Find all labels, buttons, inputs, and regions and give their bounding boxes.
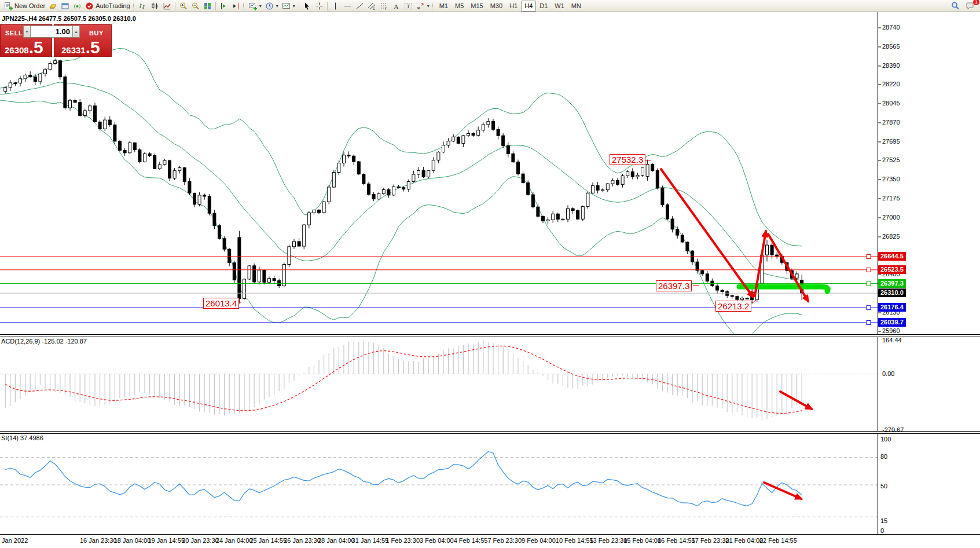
notification-badge: 1 xyxy=(973,0,979,5)
drawn-annotations[interactable] xyxy=(238,160,828,304)
macd-panel xyxy=(0,340,878,421)
new-order-button[interactable]: New Order xyxy=(2,1,47,11)
price-tick-label: 28390 xyxy=(882,62,900,69)
date-label[interactable]: 19 Jan 14:55 xyxy=(148,537,185,544)
text-label-button[interactable]: T xyxy=(402,1,414,11)
price-annotation[interactable]: 26013.4 xyxy=(203,298,239,309)
date-label[interactable]: 21 Feb 04:00 xyxy=(725,537,763,544)
support-zone-bar xyxy=(739,287,828,291)
volume-input[interactable]: 1.00 xyxy=(31,25,72,38)
text-icon: A xyxy=(392,2,401,10)
timeframe-button-m30[interactable]: M30 xyxy=(487,1,506,11)
vertical-line-button[interactable] xyxy=(329,1,342,11)
tile-windows-button[interactable] xyxy=(201,1,214,11)
date-label[interactable]: 28 Jan 04:00 xyxy=(318,537,355,544)
autotrading-icon xyxy=(85,2,94,10)
timeframe-button-h1[interactable]: H1 xyxy=(506,1,521,11)
date-label[interactable]: 16 Feb 14:55 xyxy=(658,537,695,544)
svg-text:F: F xyxy=(385,7,387,10)
periods-icon xyxy=(265,2,274,10)
date-label[interactable]: 10 Feb 14:55 xyxy=(556,537,593,544)
timeframe-button-h4[interactable]: H4 xyxy=(521,1,536,12)
price-tick-label: 28220 xyxy=(882,81,900,87)
date-label[interactable]: 26 Jan 23:30 xyxy=(284,537,321,544)
date-label[interactable]: 3 Feb 04:00 xyxy=(420,537,454,544)
chart-title: JPN225-,H4 26477.5 26507.5 26305.0 26310… xyxy=(2,15,136,22)
svg-text:A: A xyxy=(394,2,398,9)
buy-label: BUY xyxy=(89,30,104,36)
crosshair-button[interactable] xyxy=(313,1,325,11)
zoom-out-button[interactable] xyxy=(189,1,201,11)
date-label[interactable]: 25 Jan 14:55 xyxy=(250,537,287,544)
timeframe-button-m15[interactable]: M15 xyxy=(467,1,486,11)
timeframe-button-m1[interactable]: M1 xyxy=(436,1,452,11)
autotrading-button[interactable]: AutoTrading xyxy=(83,1,132,11)
date-label[interactable]: 31 Jan 14:55 xyxy=(352,537,389,544)
equidistant-channel-button[interactable]: E xyxy=(366,1,378,11)
signal-button[interactable] xyxy=(71,1,83,11)
date-label[interactable]: 18 Jan 04:00 xyxy=(114,537,151,544)
date-label[interactable]: 9 Feb 04:00 xyxy=(522,537,556,544)
zoom-in-button[interactable] xyxy=(177,1,189,11)
market-watch-button[interactable] xyxy=(59,1,71,11)
svg-text:E: E xyxy=(373,7,375,10)
community-button[interactable]: 1 xyxy=(964,1,977,11)
rsi-axis-label: 15 xyxy=(880,517,887,524)
profiles-button[interactable] xyxy=(47,1,59,11)
fibonacci-button[interactable]: F xyxy=(378,1,390,11)
date-label[interactable]: Jan 2022 xyxy=(2,537,28,544)
text-button[interactable]: A xyxy=(390,1,402,11)
timeframe-button-d1[interactable]: D1 xyxy=(536,1,551,11)
timeframe-button-w1[interactable]: W1 xyxy=(551,1,568,11)
horizontal-line-button[interactable] xyxy=(342,1,354,11)
templates-button[interactable]: ▾ xyxy=(280,1,297,11)
sell-price: 26308.5 xyxy=(5,40,43,55)
auto-scroll-button[interactable] xyxy=(218,1,230,11)
date-label[interactable]: 7 Feb 23:30 xyxy=(487,537,522,544)
price-tick-label: 28565 xyxy=(882,43,900,50)
line-chart-button[interactable] xyxy=(161,1,173,11)
candlestick-chart-button[interactable] xyxy=(149,1,161,11)
price-level-tag: 26523.5 xyxy=(878,265,906,274)
panel-separator-macd[interactable] xyxy=(0,334,980,337)
date-label[interactable]: 1 Feb 23:30 xyxy=(386,537,420,544)
price-annotation[interactable]: 26213.2 xyxy=(715,301,751,312)
bar-chart-button[interactable] xyxy=(137,1,149,11)
date-label[interactable]: 4 Feb 14:55 xyxy=(454,537,488,544)
chart-shift-icon xyxy=(232,2,240,10)
level-lines[interactable] xyxy=(0,255,878,325)
volume-increase-button[interactable]: ▲ xyxy=(72,25,80,38)
buy-price: 26331.5 xyxy=(61,40,100,55)
price-tick-label: 28045 xyxy=(882,100,900,107)
price-annotation[interactable]: 26397.3 xyxy=(656,280,692,291)
toolbar: New Order AutoTrading ▾ xyxy=(0,0,980,12)
search-button[interactable] xyxy=(949,1,961,11)
cursor-button[interactable] xyxy=(301,1,313,11)
timeframe-button-m5[interactable]: M5 xyxy=(452,1,467,11)
fibonacci-icon: F xyxy=(380,2,388,10)
price-annotation[interactable]: 27532.3 xyxy=(610,154,645,165)
autotrading-label: AutoTrading xyxy=(96,2,130,9)
timeframe-button-mn[interactable]: MN xyxy=(568,1,585,11)
trendline-button[interactable] xyxy=(354,1,366,11)
candlestick-chart-icon xyxy=(151,2,159,10)
chart-canvas[interactable] xyxy=(0,0,980,548)
date-label[interactable]: 15 Feb 04:00 xyxy=(623,537,661,544)
new-chart-button[interactable]: ▾ xyxy=(247,1,263,11)
date-label[interactable]: 24 Jan 04:00 xyxy=(216,537,253,544)
chart-shift-button[interactable] xyxy=(230,1,242,11)
rsi-axis-label: 0 xyxy=(880,527,884,534)
date-label[interactable]: 17 Feb 23:30 xyxy=(692,537,729,544)
date-label[interactable]: 20 Jan 23:30 xyxy=(182,537,219,544)
periods-button[interactable]: ▾ xyxy=(263,1,280,11)
rsi-axis-label: 80 xyxy=(880,453,887,460)
arrows-button[interactable]: ▾ xyxy=(414,1,431,11)
date-label[interactable]: 13 Feb 23:30 xyxy=(590,537,627,544)
volume-decrease-button[interactable]: ▼ xyxy=(23,25,31,38)
date-label[interactable]: 22 Feb 14:55 xyxy=(759,537,797,544)
panel-separator-rsi[interactable] xyxy=(0,431,980,434)
date-label[interactable]: 16 Jan 23:30 xyxy=(80,537,117,544)
zoom-out-icon xyxy=(191,2,200,10)
rsi-axis-label: 100 xyxy=(880,436,891,443)
rsi-panel xyxy=(0,452,878,517)
